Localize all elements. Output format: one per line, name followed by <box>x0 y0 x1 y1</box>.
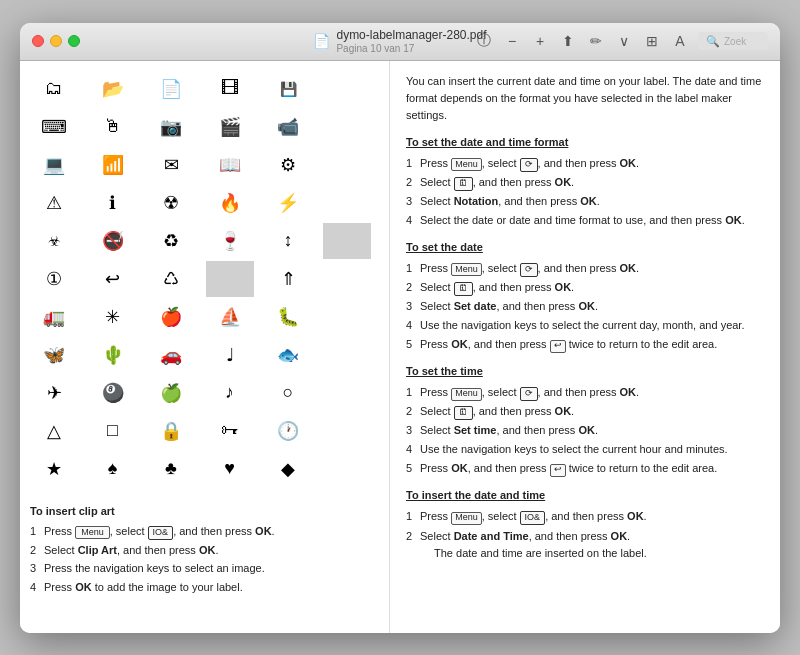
steps-set-time: 1 Press Menu, select ⟳, and then press O… <box>406 384 764 477</box>
title-area: 📄 dymo-labelmanager-280.pdf Pagina 10 va… <box>313 28 486 54</box>
icon-settings: ⚙ <box>264 147 312 183</box>
icon-circle: ○ <box>264 375 312 411</box>
step-st-4: 4 Use the navigation keys to select the … <box>406 441 764 458</box>
step-dtf-1: 1 Press Menu, select ⟳, and then press O… <box>406 155 764 172</box>
zoom-out-button[interactable]: − <box>502 31 522 51</box>
icon-open-folder: 📂 <box>89 71 137 107</box>
icon-info: ℹ <box>89 185 137 221</box>
date-sel-icon: ⟳ <box>520 263 538 277</box>
icon-triangle: △ <box>30 413 78 449</box>
step-sd-1: 1 Press Menu, select ⟳, and then press O… <box>406 260 764 277</box>
icon-note: ♪ <box>206 375 254 411</box>
step-dtf-3: 3 Select Notation, and then press OK. <box>406 193 764 210</box>
icon-empty3 <box>323 147 371 183</box>
step-dtf-4: 4 Select the date or date and time forma… <box>406 212 764 229</box>
icon-heart: ♥ <box>206 451 254 487</box>
cal2-icon: 🗓 <box>454 282 473 296</box>
step-sd-5: 5 Press OK, and then press ↩ twice to re… <box>406 336 764 353</box>
section-insert-date-time: To insert the date and time <box>406 487 764 504</box>
step-idt-2: 2 Select Date and Time, and then press O… <box>406 528 764 562</box>
left-panel: 🗂 📂 📄 🎞 💾 ⌨ 🖱 📷 🎬 📹 💻 📶 ✉ 📖 ⚙ <box>20 61 390 633</box>
io-icon2: IO& <box>520 511 546 525</box>
share-button[interactable]: ⬆ <box>558 31 578 51</box>
steps-date-time-format: 1 Press Menu, select ⟳, and then press O… <box>406 155 764 229</box>
clipart-step-1: 1 Press Menu, select IO&, and then press… <box>30 523 379 540</box>
icon-key: 🗝 <box>206 413 254 449</box>
icon-triangle-warn: ⚡ <box>264 185 312 221</box>
icon-up-arrow: ⇑ <box>264 261 312 297</box>
icon-bug: 🐛 <box>264 299 312 335</box>
icon-square: □ <box>89 413 137 449</box>
search-placeholder: Zoek <box>724 36 746 47</box>
icon-warning: ⚠ <box>30 185 78 221</box>
step-st-5: 5 Press OK, and then press ↩ twice to re… <box>406 460 764 477</box>
icon-star: ★ <box>30 451 78 487</box>
icon-hazard: ☢ <box>147 185 195 221</box>
toolbar-right: ⓘ − + ⬆ ✏ ∨ ⊞ A 🔍 Zoek <box>474 31 768 51</box>
red-arrow <box>390 510 401 538</box>
search-box[interactable]: 🔍 Zoek <box>698 32 768 50</box>
clipart-steps: 1 Press Menu, select IO&, and then press… <box>30 523 379 595</box>
content-area: 🗂 📂 📄 🎞 💾 ⌨ 🖱 📷 🎬 📹 💻 📶 ✉ 📖 ⚙ <box>20 61 780 633</box>
icon-clock: 🕐 <box>264 413 312 449</box>
icon-envelope: ✉ <box>147 147 195 183</box>
icon-fish: 🐟 <box>264 337 312 373</box>
menu-key: Menu <box>451 158 482 171</box>
icon-number1: ① <box>30 261 78 297</box>
steps-insert-datetime: 1 Press Menu, select IO&, and then press… <box>406 508 764 561</box>
icon-butterfly: 🦋 <box>30 337 78 373</box>
clock-select-icon: ⟳ <box>520 158 538 172</box>
close-button[interactable] <box>32 35 44 47</box>
icon-document: 📄 <box>147 71 195 107</box>
icon-clover: ♣ <box>147 451 195 487</box>
icon-wine: 🍷 <box>206 223 254 259</box>
text-button[interactable]: A <box>670 31 690 51</box>
time-sel-icon: ⟳ <box>520 387 538 401</box>
pen-button[interactable]: ✏ <box>586 31 606 51</box>
titlebar: 📄 dymo-labelmanager-280.pdf Pagina 10 va… <box>20 23 780 61</box>
icon-save: 💾 <box>264 71 312 107</box>
icon-recycle2: ♺ <box>147 261 195 297</box>
clipart-step-3: 3 Press the navigation keys to select an… <box>30 560 379 577</box>
section-set-time: To set the time <box>406 363 764 380</box>
cal3-icon: 🗓 <box>454 406 473 420</box>
minimize-button[interactable] <box>50 35 62 47</box>
steps-set-date: 1 Press Menu, select ⟳, and then press O… <box>406 260 764 353</box>
icon-recycle: ♻ <box>147 223 195 259</box>
pages-button[interactable]: ⊞ <box>642 31 662 51</box>
icon-empty10 <box>323 451 371 487</box>
traffic-lights <box>32 35 80 47</box>
icon-lock: 🔒 <box>147 413 195 449</box>
icon-8ball: 🎱 <box>89 375 137 411</box>
pdf-icon: 📄 <box>313 33 330 49</box>
icon-camera: 📷 <box>147 109 195 145</box>
icon-film: 🎞 <box>206 71 254 107</box>
icon-truck: 🚛 <box>30 299 78 335</box>
clipart-instructions: To insert clip art 1 Press Menu, select … <box>30 503 379 596</box>
back-key2: ↩ <box>550 464 566 477</box>
step-dtf-2: 2 Select 🗓, and then press OK. <box>406 174 764 191</box>
icon-signal: 📶 <box>89 147 137 183</box>
step-st-1: 1 Press Menu, select ⟳, and then press O… <box>406 384 764 401</box>
step-st-3: 3 Select Set time, and then press OK. <box>406 422 764 439</box>
maximize-button[interactable] <box>68 35 80 47</box>
icon-highlighted1 <box>323 223 371 259</box>
menu-key: Menu <box>75 526 110 539</box>
icon-empty7 <box>323 337 371 373</box>
icon-return: ↩ <box>89 261 137 297</box>
icon-clapper: 🎬 <box>206 109 254 145</box>
icon-highlighted2 <box>206 261 254 297</box>
step-sd-2: 2 Select 🗓, and then press OK. <box>406 279 764 296</box>
clipart-title: To insert clip art <box>30 503 379 520</box>
icon-empty6 <box>323 299 371 335</box>
icon-apple: 🍎 <box>147 299 195 335</box>
zoom-in-button[interactable]: + <box>530 31 550 51</box>
chevron-down-icon[interactable]: ∨ <box>614 31 634 51</box>
clipart-step-4: 4 Press OK to add the image to your labe… <box>30 579 379 596</box>
icon-radiation: ☣ <box>30 223 78 259</box>
icon-empty5 <box>323 261 371 297</box>
icon-empty4 <box>323 185 371 221</box>
cal-icon: 🗓 <box>454 177 473 191</box>
io-icon: IO& <box>148 526 174 540</box>
icon-keyboard: ⌨ <box>30 109 78 145</box>
